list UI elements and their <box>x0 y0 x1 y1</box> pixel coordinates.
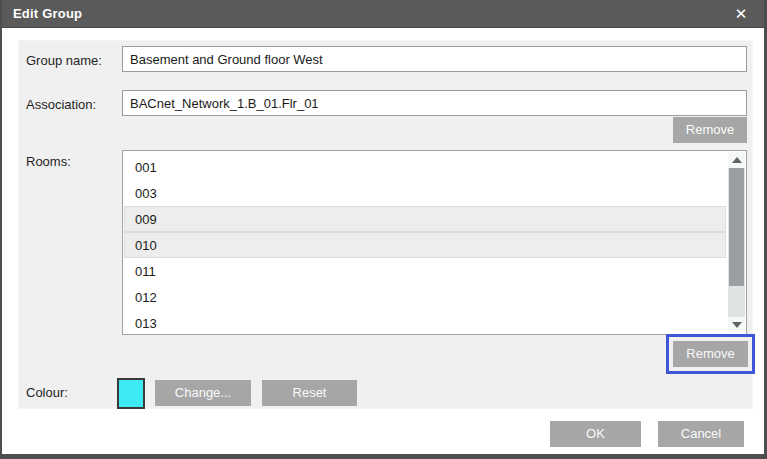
rooms-label: Rooms: <box>26 154 71 169</box>
group-name-input[interactable] <box>122 46 747 72</box>
list-item[interactable]: 011 <box>124 258 726 284</box>
ok-button[interactable]: OK <box>550 421 641 447</box>
scroll-up-icon[interactable] <box>728 152 745 168</box>
window-title: Edit Group <box>2 6 82 21</box>
group-name-label: Group name: <box>26 53 102 68</box>
scrollbar-thumb[interactable] <box>729 168 744 286</box>
scroll-down-icon[interactable] <box>728 317 745 333</box>
association-input[interactable] <box>122 90 747 116</box>
cancel-button[interactable]: Cancel <box>658 421 744 447</box>
rooms-listbox[interactable]: 001003009010011012013 <box>122 150 747 335</box>
list-item[interactable]: 010 <box>124 232 726 258</box>
list-item[interactable]: 003 <box>124 180 726 206</box>
rooms-remove-button[interactable]: Remove <box>673 341 748 367</box>
colour-label: Colour: <box>26 385 68 400</box>
list-item[interactable]: 001 <box>124 154 726 180</box>
edit-group-dialog: Edit Group ✕ Group name: Association: Re… <box>0 0 767 459</box>
colour-change-button[interactable]: Change... <box>155 380 251 406</box>
association-label: Association: <box>26 97 96 112</box>
list-item[interactable]: 012 <box>124 284 726 310</box>
association-remove-button[interactable]: Remove <box>673 117 747 143</box>
colour-reset-button[interactable]: Reset <box>262 380 357 406</box>
colour-swatch <box>117 378 145 409</box>
titlebar[interactable]: Edit Group ✕ <box>2 0 764 28</box>
list-item[interactable]: 009 <box>124 206 726 232</box>
rooms-remove-focus-outline: Remove <box>666 334 755 374</box>
dialog-content: Group name: Association: Remove Rooms: 0… <box>2 28 764 454</box>
list-item[interactable]: 013 <box>124 310 726 335</box>
rooms-listbox-items: 001003009010011012013 <box>124 154 726 335</box>
rooms-scrollbar[interactable] <box>728 152 745 333</box>
close-icon[interactable]: ✕ <box>724 0 758 27</box>
